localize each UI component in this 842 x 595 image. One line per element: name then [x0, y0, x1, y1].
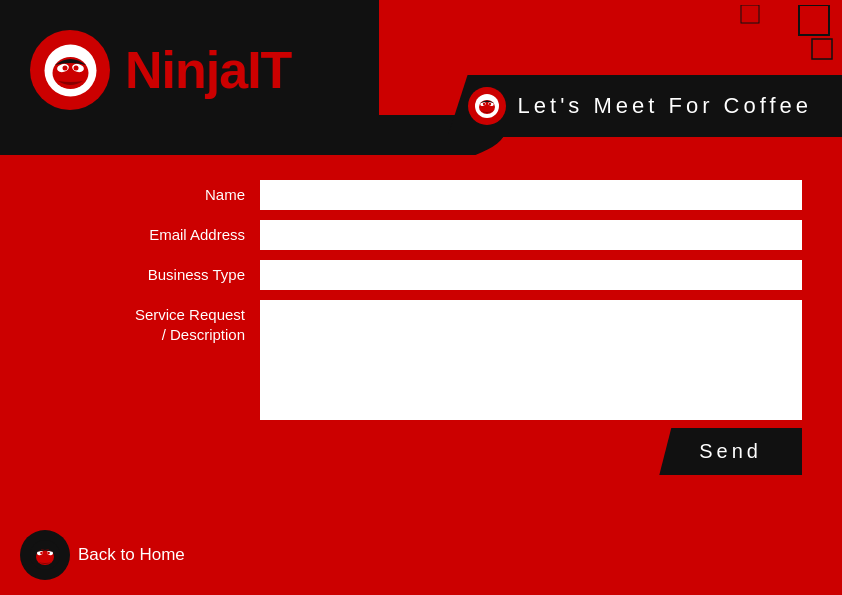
svg-point-20: [62, 65, 67, 70]
svg-rect-13: [737, 30, 749, 42]
logo-area: NinjaIT: [0, 0, 421, 140]
name-label: Name: [40, 185, 260, 205]
business-row: Business Type: [40, 260, 802, 290]
svg-point-27: [488, 103, 490, 105]
svg-point-21: [73, 65, 78, 70]
email-input[interactable]: [260, 220, 802, 250]
back-circle-icon: [20, 530, 70, 580]
svg-rect-0: [647, 10, 655, 18]
name-row: Name: [40, 180, 802, 210]
logo-red-text: IT: [247, 41, 291, 99]
coffee-banner: Let's Meet For Coffee: [448, 75, 842, 137]
name-input[interactable]: [260, 180, 802, 210]
business-label: Business Type: [40, 265, 260, 285]
svg-rect-12: [717, 25, 733, 41]
svg-rect-7: [767, 5, 792, 30]
form-container: Name Email Address Business Type Service…: [40, 180, 802, 420]
back-to-home[interactable]: Back to Home: [20, 530, 185, 580]
main-content: Name Email Address Business Type Service…: [0, 155, 842, 595]
logo-black-text: Ninja: [125, 41, 247, 99]
svg-rect-15: [814, 63, 826, 75]
business-input[interactable]: [260, 260, 802, 290]
service-textarea[interactable]: [260, 300, 802, 420]
svg-point-33: [47, 552, 50, 555]
email-row: Email Address: [40, 220, 802, 250]
coffee-ninja-icon: [468, 87, 506, 125]
svg-rect-2: [675, 10, 683, 18]
svg-rect-4: [705, 7, 715, 17]
send-row: Send: [40, 428, 802, 475]
svg-rect-6: [741, 5, 759, 23]
svg-rect-8: [799, 5, 829, 35]
svg-rect-14: [792, 60, 808, 76]
back-label: Back to Home: [78, 545, 185, 565]
email-label: Email Address: [40, 225, 260, 245]
service-label: Service Request / Description: [40, 300, 260, 344]
svg-rect-9: [767, 35, 785, 53]
svg-rect-5: [721, 5, 735, 19]
service-row: Service Request / Description: [40, 300, 802, 420]
svg-point-26: [482, 103, 484, 105]
logo-text: NinjaIT: [125, 40, 291, 100]
send-button[interactable]: Send: [659, 428, 802, 475]
svg-rect-10: [792, 37, 806, 51]
coffee-tagline-text: Let's Meet For Coffee: [518, 93, 812, 119]
header: NinjaIT Let's Meet For Coffee: [0, 0, 842, 155]
svg-rect-1: [661, 10, 669, 18]
svg-rect-3: [689, 7, 699, 17]
ninja-logo-icon: [30, 30, 110, 110]
svg-rect-11: [812, 39, 832, 59]
svg-point-32: [40, 552, 43, 555]
